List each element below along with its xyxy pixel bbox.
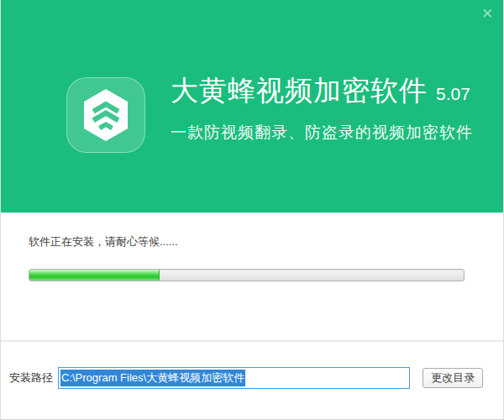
install-path-section: 安装路径 C:\Program Files\大黄蜂视频加密软件 更改目录	[1, 340, 503, 420]
install-progress-section: 软件正在安装，请耐心等候......	[1, 213, 503, 340]
installer-header: ✕ 大黄蜂视频加密软件 5.07 一款防视频翻录、防盗录的视频加密软件	[1, 0, 503, 213]
app-logo	[66, 77, 145, 153]
hexagon-shield-icon	[80, 87, 132, 143]
app-subtitle: 一款防视频翻录、防盗录的视频加密软件	[171, 122, 473, 144]
progress-bar	[29, 269, 465, 281]
title-block: 大黄蜂视频加密软件 5.07 一款防视频翻录、防盗录的视频加密软件	[171, 72, 473, 144]
app-version: 5.07	[436, 84, 470, 104]
install-path-value: C:\Program Files\大黄蜂视频加密软件	[60, 370, 245, 386]
change-directory-button[interactable]: 更改目录	[423, 368, 483, 388]
progress-fill	[29, 270, 160, 281]
install-path-label: 安装路径	[9, 370, 53, 386]
app-title: 大黄蜂视频加密软件	[171, 72, 428, 110]
installer-window: ✕ 大黄蜂视频加密软件 5.07 一款防视频翻录、防盗录的视频加密软件 软件正在…	[0, 0, 504, 420]
install-status-text: 软件正在安装，请耐心等候......	[29, 234, 178, 249]
install-path-input[interactable]: C:\Program Files\大黄蜂视频加密软件	[58, 367, 410, 389]
close-icon[interactable]: ✕	[478, 4, 496, 23]
